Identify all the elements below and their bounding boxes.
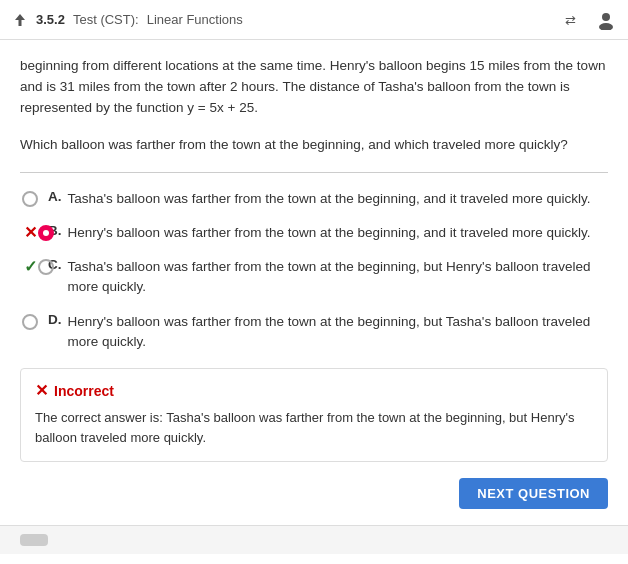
next-question-button[interactable]: NEXT QUESTION <box>459 478 608 509</box>
option-c-icon: ✓ <box>20 259 40 275</box>
option-a-text: Tasha's balloon was farther from the tow… <box>68 189 591 209</box>
divider <box>20 172 608 173</box>
option-c-radio <box>38 259 54 275</box>
option-d-text: Henry's balloon was farther from the tow… <box>68 312 609 353</box>
option-a-letter: A. <box>48 189 62 204</box>
option-c-radio-wrapper <box>38 259 54 278</box>
option-d[interactable]: D. Henry's balloon was farther from the … <box>20 312 608 353</box>
option-c[interactable]: ✓ C. Tasha's balloon was farther from th… <box>20 257 608 298</box>
option-b-x-icon: ✕ <box>24 225 37 241</box>
feedback-box: ✕ Incorrect The correct answer is: Tasha… <box>20 368 608 462</box>
option-b-radio-wrapper <box>38 225 54 244</box>
feedback-text: The correct answer is: Tasha's balloon w… <box>35 408 593 447</box>
section-topic: Linear Functions <box>147 12 243 27</box>
option-b[interactable]: ✕ B. Henry's balloon was farther from th… <box>20 223 608 243</box>
option-d-icon <box>20 314 40 330</box>
option-b-icon: ✕ <box>20 225 40 241</box>
question-body: beginning from different locations at th… <box>20 56 608 119</box>
feedback-label: Incorrect <box>54 383 114 399</box>
feedback-header: ✕ Incorrect <box>35 381 593 400</box>
option-d-letter: D. <box>48 312 62 327</box>
option-a-radio <box>22 191 38 207</box>
option-a[interactable]: A. Tasha's balloon was farther from the … <box>20 189 608 209</box>
option-c-check-icon: ✓ <box>24 259 37 275</box>
svg-point-2 <box>599 23 613 30</box>
option-c-text: Tasha's balloon was farther from the tow… <box>68 257 609 298</box>
section-number: 3.5.2 <box>36 12 65 27</box>
option-b-text: Henry's balloon was farther from the tow… <box>68 223 591 243</box>
top-bar-right: ⇄ <box>564 10 616 30</box>
top-bar-left: 3.5.2 Test (CST): Linear Functions <box>12 12 243 28</box>
bottom-action-button[interactable] <box>20 534 48 546</box>
options-list: A. Tasha's balloon was farther from the … <box>20 189 608 353</box>
up-arrow-icon[interactable] <box>12 12 28 28</box>
top-bar: 3.5.2 Test (CST): Linear Functions ⇄ <box>0 0 628 40</box>
option-a-icon <box>20 191 40 207</box>
bottom-bar <box>0 525 628 554</box>
content-area: beginning from different locations at th… <box>0 40 628 525</box>
svg-point-1 <box>602 13 610 21</box>
question-prompt: Which balloon was farther from the town … <box>20 135 608 156</box>
translate-icon[interactable]: ⇄ <box>564 11 582 29</box>
feedback-x-icon: ✕ <box>35 381 48 400</box>
profile-icon[interactable] <box>596 10 616 30</box>
section-label: Test (CST): <box>73 12 139 27</box>
svg-text:⇄: ⇄ <box>565 13 576 28</box>
option-d-radio <box>22 314 38 330</box>
option-b-radio <box>38 225 54 241</box>
